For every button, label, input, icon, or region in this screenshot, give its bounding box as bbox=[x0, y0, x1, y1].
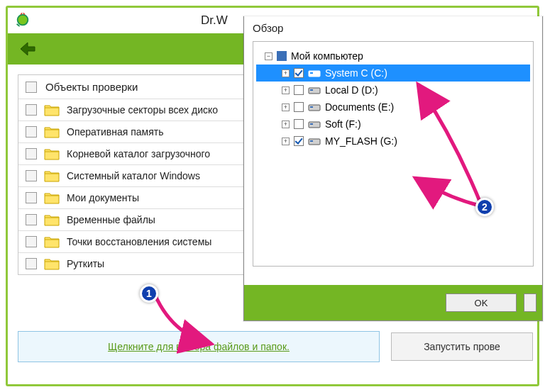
scan-item-label: Корневой каталог загрузочного bbox=[67, 148, 210, 159]
scan-item-label: Системный каталог Windows bbox=[67, 170, 200, 181]
scan-item-checkbox[interactable] bbox=[26, 258, 37, 269]
annotation-badge-1: 1 bbox=[140, 284, 158, 303]
drive-checkbox[interactable] bbox=[294, 119, 304, 129]
folder-icon bbox=[44, 169, 60, 182]
start-scan-button[interactable]: Запустить прове bbox=[391, 332, 533, 361]
svg-rect-5 bbox=[310, 89, 313, 91]
drive-icon bbox=[308, 85, 321, 95]
start-scan-label: Запустить прове bbox=[424, 341, 500, 352]
expander-icon[interactable]: + bbox=[282, 69, 290, 77]
root-checkbox[interactable] bbox=[277, 51, 287, 61]
folder-icon bbox=[44, 125, 60, 138]
app-logo-icon bbox=[15, 13, 31, 28]
drive-label: Documents (E:) bbox=[325, 101, 394, 113]
drive-label: Local D (D:) bbox=[325, 84, 378, 96]
scan-item-label: Руткиты bbox=[67, 258, 104, 269]
scan-item-label: Временные файлы bbox=[67, 214, 155, 225]
browse-dialog: Обзор − Мой компьютер +System C (C:)+Loc… bbox=[243, 16, 543, 321]
svg-rect-3 bbox=[310, 72, 313, 74]
drive-label: MY_FLASH (G:) bbox=[325, 135, 397, 147]
folder-icon bbox=[44, 257, 60, 270]
svg-rect-9 bbox=[310, 123, 313, 125]
folder-icon bbox=[44, 213, 60, 226]
drive-icon bbox=[308, 119, 321, 129]
drive-checkbox[interactable] bbox=[294, 85, 304, 95]
scan-item-checkbox[interactable] bbox=[26, 148, 37, 159]
drive-checkbox[interactable] bbox=[294, 136, 304, 146]
app-window: Dr.W Объекты проверки Загрузочные сектор… bbox=[6, 6, 539, 386]
svg-point-0 bbox=[18, 15, 28, 26]
scan-item-label: Оперативная память bbox=[67, 126, 163, 138]
select-files-link[interactable]: Щелкните для выбора файлов и папок. bbox=[108, 341, 290, 352]
tree-drive-row[interactable]: +Documents (E:) bbox=[256, 99, 530, 116]
expander-icon[interactable]: + bbox=[282, 121, 290, 128]
tree-root[interactable]: − Мой компьютер bbox=[256, 47, 530, 65]
expander-icon[interactable]: + bbox=[282, 103, 290, 111]
expander-icon[interactable]: + bbox=[282, 138, 290, 145]
scan-item-label: Точки восстановления системы bbox=[67, 236, 211, 247]
scan-item-checkbox[interactable] bbox=[26, 126, 37, 138]
drive-icon bbox=[308, 68, 321, 78]
app-title: Dr.W bbox=[201, 13, 228, 28]
drive-icon bbox=[308, 136, 321, 146]
scan-item-label: Загрузочные секторы всех диско bbox=[67, 104, 218, 116]
scan-item-checkbox[interactable] bbox=[26, 192, 37, 203]
folder-icon bbox=[44, 235, 60, 248]
tree-drive-row[interactable]: +Soft (F:) bbox=[256, 116, 530, 133]
scan-item-checkbox[interactable] bbox=[26, 104, 37, 116]
drive-checkbox[interactable] bbox=[294, 68, 304, 78]
svg-rect-7 bbox=[310, 106, 313, 108]
select-all-checkbox[interactable] bbox=[26, 82, 37, 93]
scan-item-checkbox[interactable] bbox=[26, 214, 37, 225]
drive-tree: − Мой компьютер +System C (C:)+Local D (… bbox=[253, 41, 534, 267]
expander-icon[interactable]: − bbox=[265, 52, 272, 60]
svg-rect-11 bbox=[310, 140, 313, 142]
folder-icon bbox=[44, 103, 60, 116]
folder-icon bbox=[44, 191, 60, 204]
tree-drive-row[interactable]: +System C (C:) bbox=[256, 65, 530, 82]
select-files-bar: Щелкните для выбора файлов и папок. bbox=[18, 331, 380, 362]
browse-dialog-title: Обзор bbox=[244, 16, 542, 41]
cancel-button[interactable] bbox=[524, 293, 536, 312]
scan-item-label: Мои документы bbox=[67, 192, 139, 203]
expander-icon[interactable]: + bbox=[282, 86, 290, 94]
drive-label: Soft (F:) bbox=[325, 118, 361, 130]
scan-item-checkbox[interactable] bbox=[26, 236, 37, 247]
tree-drive-row[interactable]: +MY_FLASH (G:) bbox=[256, 133, 530, 150]
drive-checkbox[interactable] bbox=[294, 102, 304, 112]
tree-drive-row[interactable]: +Local D (D:) bbox=[256, 82, 530, 99]
ok-button[interactable]: OK bbox=[446, 293, 517, 312]
tree-root-label: Мой компьютер bbox=[291, 50, 363, 62]
ok-button-label: OK bbox=[475, 298, 488, 308]
folder-icon bbox=[44, 147, 60, 160]
scan-item-checkbox[interactable] bbox=[26, 170, 37, 181]
drive-label: System C (C:) bbox=[325, 67, 387, 79]
annotation-badge-2: 2 bbox=[475, 198, 494, 216]
drive-icon bbox=[308, 102, 321, 112]
dialog-button-bar: OK bbox=[244, 285, 542, 320]
scan-header-label: Объекты проверки bbox=[45, 81, 138, 93]
back-arrow-icon[interactable] bbox=[18, 41, 38, 57]
